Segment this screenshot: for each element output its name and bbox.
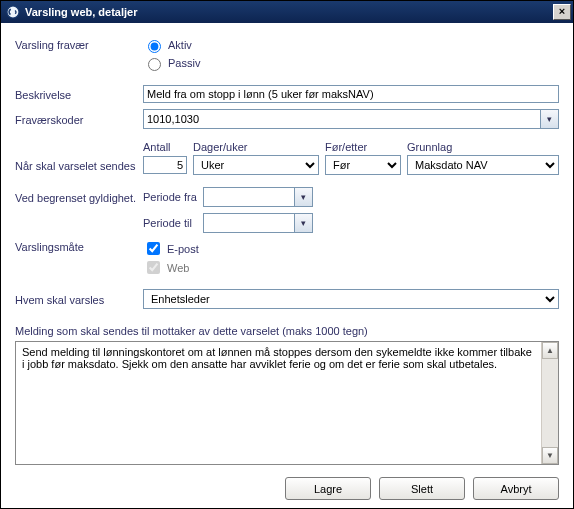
label-varslingsmaate: Varslingsmåte bbox=[15, 239, 143, 253]
radio-passiv-wrapper[interactable]: Passiv bbox=[143, 55, 559, 71]
avbryt-button[interactable]: Avbryt bbox=[473, 477, 559, 500]
melding-textarea[interactable] bbox=[16, 342, 541, 464]
footer-buttons: Lagre Slett Avbryt bbox=[15, 465, 559, 500]
grunnlag-select[interactable]: Maksdato NAV bbox=[407, 155, 559, 175]
titlebar: Varsling web, detaljer × bbox=[1, 1, 573, 23]
label-beskrivelse: Beskrivelse bbox=[15, 87, 143, 101]
beskrivelse-input[interactable] bbox=[143, 85, 559, 103]
radio-passiv-label: Passiv bbox=[168, 57, 200, 69]
scroll-track[interactable] bbox=[542, 359, 558, 447]
radio-aktiv-wrapper[interactable]: Aktiv bbox=[143, 37, 559, 53]
when-headers: Antall Dager/uker Før/etter Grunnlag bbox=[143, 141, 559, 153]
label-varsling-fravaer: Varsling fravær bbox=[15, 37, 143, 51]
close-button[interactable]: × bbox=[553, 4, 571, 20]
fravaerskoder-dropdown-icon[interactable]: ▾ bbox=[541, 109, 559, 129]
slett-button[interactable]: Slett bbox=[379, 477, 465, 500]
content-area: Varsling fravær Aktiv Passiv Beskrivelse… bbox=[1, 23, 573, 508]
label-fravaerskoder: Fraværskoder bbox=[15, 112, 143, 126]
checkbox-epost[interactable] bbox=[147, 242, 160, 255]
label-periode-fra: Periode fra bbox=[143, 191, 203, 203]
scrollbar[interactable]: ▲ ▼ bbox=[541, 342, 558, 464]
window-title: Varsling web, detaljer bbox=[25, 6, 553, 18]
melding-container: ▲ ▼ bbox=[15, 341, 559, 465]
label-begrenset-gyldighet: Ved begrenset gyldighet. bbox=[15, 190, 143, 204]
hvem-varsles-select[interactable]: Enhetsleder bbox=[143, 289, 559, 309]
header-grunnlag: Grunnlag bbox=[407, 141, 559, 153]
periode-til-input[interactable] bbox=[203, 213, 295, 233]
header-for-etter: Før/etter bbox=[325, 141, 407, 153]
periode-til-dropdown-icon[interactable]: ▾ bbox=[295, 213, 313, 233]
lagre-button[interactable]: Lagre bbox=[285, 477, 371, 500]
radio-aktiv-label: Aktiv bbox=[168, 39, 192, 51]
app-icon bbox=[5, 4, 21, 20]
radio-passiv[interactable] bbox=[148, 58, 161, 71]
scroll-down-icon[interactable]: ▼ bbox=[542, 447, 558, 464]
periode-fra-input[interactable] bbox=[203, 187, 295, 207]
radio-aktiv[interactable] bbox=[148, 40, 161, 53]
checkbox-epost-label: E-post bbox=[167, 243, 199, 255]
checkbox-web-wrapper: Web bbox=[143, 258, 559, 277]
label-periode-til: Periode til bbox=[143, 217, 203, 229]
checkbox-web-label: Web bbox=[167, 262, 189, 274]
checkbox-web bbox=[147, 261, 160, 274]
label-hvem-varsles: Hvem skal varsles bbox=[15, 292, 143, 306]
for-etter-select[interactable]: Før bbox=[325, 155, 401, 175]
checkbox-epost-wrapper[interactable]: E-post bbox=[143, 239, 559, 258]
header-antall: Antall bbox=[143, 141, 193, 153]
dialog-window: Varsling web, detaljer × Varsling fravær… bbox=[0, 0, 574, 509]
antall-input[interactable] bbox=[143, 156, 187, 174]
melding-header: Melding som skal sendes til mottaker av … bbox=[15, 325, 559, 337]
scroll-up-icon[interactable]: ▲ bbox=[542, 342, 558, 359]
periode-fra-dropdown-icon[interactable]: ▾ bbox=[295, 187, 313, 207]
label-naar-sendes: Når skal varselet sendes bbox=[15, 158, 143, 172]
dager-uker-select[interactable]: Uker bbox=[193, 155, 319, 175]
header-dager-uker: Dager/uker bbox=[193, 141, 325, 153]
fravaerskoder-input[interactable] bbox=[143, 109, 541, 129]
